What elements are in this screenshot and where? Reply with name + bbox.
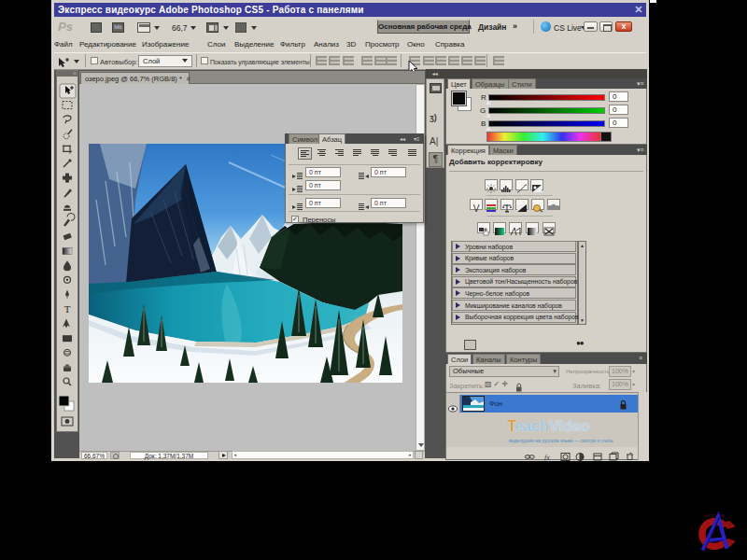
svg-text:V: V bbox=[473, 203, 480, 213]
svg-text:систем: систем bbox=[704, 512, 725, 518]
svg-text:fx.: fx. bbox=[544, 454, 552, 462]
svg-text:T: T bbox=[64, 303, 71, 315]
